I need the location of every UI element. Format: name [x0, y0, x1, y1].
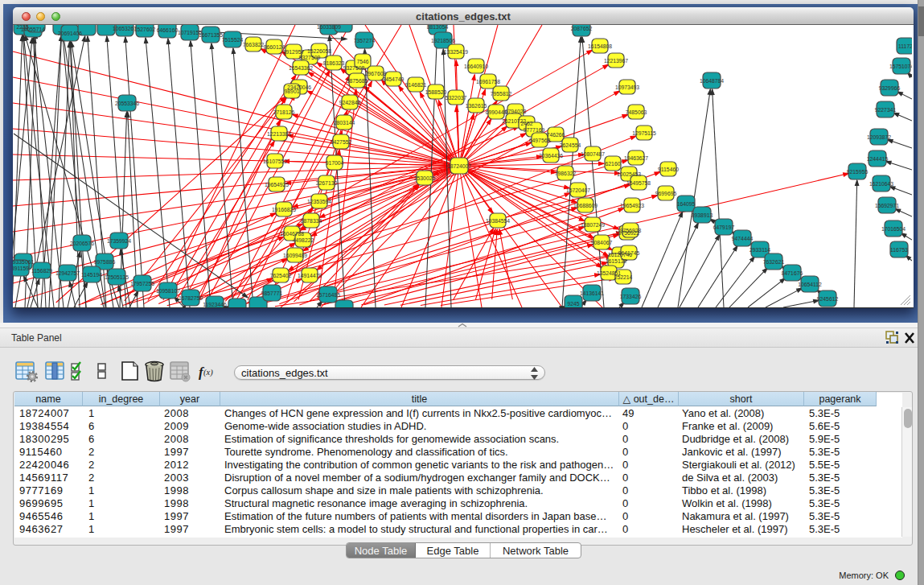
svg-text:2718126: 2718126 — [273, 109, 295, 115]
svg-text:8215955: 8215955 — [847, 169, 869, 175]
svg-text:10653267: 10653267 — [113, 26, 137, 31]
svg-text:11172: 11172 — [898, 43, 912, 49]
svg-text:2967608: 2967608 — [365, 71, 387, 76]
svg-text:98901: 98901 — [285, 89, 300, 94]
svg-text:391159: 391159 — [13, 266, 29, 271]
svg-text:19463627: 19463627 — [624, 155, 648, 161]
svg-text:10648784: 10648784 — [700, 78, 724, 84]
svg-text:9327509: 9327509 — [299, 55, 321, 60]
svg-text:10973493: 10973493 — [615, 84, 639, 90]
svg-text:9327508: 9327508 — [343, 65, 365, 71]
svg-text:2530025: 2530025 — [414, 175, 436, 181]
svg-text:16033809: 16033809 — [317, 25, 341, 30]
svg-text:15692971: 15692971 — [875, 203, 899, 208]
svg-text:6794028: 6794028 — [505, 109, 527, 114]
svg-text:10654112: 10654112 — [798, 282, 822, 287]
svg-text:17016504: 17016504 — [881, 226, 906, 232]
svg-text:2803144: 2803144 — [334, 120, 355, 126]
svg-text:15751074: 15751074 — [889, 64, 912, 69]
svg-text:7485063: 7485063 — [626, 109, 647, 115]
svg-text:13325419: 13325419 — [444, 49, 468, 55]
svg-text:16154808: 16154808 — [588, 43, 612, 49]
svg-text:19384554: 19384554 — [486, 218, 510, 224]
svg-text:9245612: 9245612 — [817, 296, 839, 302]
svg-text:16543362: 16543362 — [289, 65, 313, 71]
svg-text:5322037: 5322037 — [446, 95, 467, 101]
svg-text:18807249: 18807249 — [581, 222, 605, 228]
svg-text:7986322: 7986322 — [555, 171, 577, 176]
svg-text:7625402: 7625402 — [270, 273, 292, 278]
svg-text:16099489: 16099489 — [283, 253, 307, 258]
svg-text:15495758: 15495758 — [626, 180, 651, 186]
svg-text:3624554: 3624554 — [560, 142, 581, 148]
svg-text:20206576: 20206576 — [70, 241, 94, 246]
svg-text:11923446: 11923446 — [203, 302, 227, 307]
svg-text:1362615: 1362615 — [466, 103, 487, 109]
svg-text:16961758: 16961758 — [476, 79, 500, 84]
svg-text:2087652: 2087652 — [571, 26, 593, 31]
svg-text:20691406: 20691406 — [58, 31, 82, 36]
svg-text:8471676: 8471676 — [782, 270, 803, 276]
svg-text:12942757: 12942757 — [55, 270, 80, 276]
svg-text:9242848: 9242848 — [339, 100, 361, 105]
svg-text:16046788: 16046788 — [280, 231, 304, 237]
svg-text:10025453: 10025453 — [617, 171, 641, 177]
svg-text:9975886: 9975886 — [94, 259, 116, 265]
svg-text:7546: 7546 — [356, 59, 368, 64]
svg-text:9641745: 9641745 — [618, 250, 640, 256]
svg-text:62160: 62160 — [606, 161, 621, 167]
svg-text:8938913: 8938913 — [692, 212, 713, 218]
svg-text:9115460: 9115460 — [658, 167, 679, 172]
svg-text:9474444: 9474444 — [732, 236, 754, 241]
svg-text:15716485: 15716485 — [316, 292, 340, 298]
svg-text:15226058: 15226058 — [307, 48, 331, 54]
svg-text:2452: 2452 — [520, 121, 532, 126]
svg-text:8912957: 8912957 — [283, 49, 305, 55]
svg-text:7632621: 7632621 — [763, 259, 785, 265]
svg-text:16640910: 16640910 — [464, 64, 488, 69]
svg-text:1733426: 1733426 — [620, 294, 642, 299]
svg-text:10958107: 10958107 — [156, 288, 180, 294]
svg-text:19218506: 19218506 — [431, 38, 455, 43]
svg-text:7955812: 7955812 — [491, 91, 512, 97]
svg-text:14914479: 14914479 — [298, 273, 322, 278]
svg-text:19166825: 19166825 — [272, 207, 296, 212]
svg-text:7663822: 7663822 — [243, 42, 265, 47]
svg-text:9084067: 9084067 — [591, 240, 613, 245]
svg-text:8660124: 8660124 — [264, 44, 285, 50]
svg-text:16782759: 16782759 — [179, 295, 203, 301]
svg-text:19654923: 19654923 — [620, 203, 644, 208]
svg-text:18724007: 18724007 — [447, 163, 471, 169]
svg-text:8454749: 8454749 — [383, 76, 405, 82]
svg-text:9756928: 9756928 — [620, 228, 642, 233]
svg-text:8186323: 8186323 — [323, 60, 345, 66]
svg-text:7515524: 7515524 — [222, 37, 244, 43]
svg-text:16671355: 16671355 — [199, 32, 223, 38]
svg-text:9245: 9245 — [567, 301, 579, 307]
svg-text:12505135: 12505135 — [105, 274, 129, 280]
svg-text:116753: 116753 — [890, 247, 908, 253]
svg-text:6479197: 6479197 — [713, 225, 735, 230]
svg-text:14136141: 14136141 — [580, 290, 604, 296]
svg-text:12975115: 12975115 — [632, 130, 656, 136]
svg-text:12213383: 12213383 — [267, 131, 291, 137]
svg-text:746266: 746266 — [547, 132, 565, 138]
svg-text:16210643: 16210643 — [869, 181, 893, 187]
svg-text:9227341: 9227341 — [875, 107, 897, 113]
svg-text:164095: 164095 — [677, 201, 696, 207]
svg-text:8878334: 8878334 — [301, 218, 322, 224]
svg-text:17359924: 17359924 — [107, 238, 131, 244]
svg-text:1615132: 1615132 — [606, 258, 627, 264]
svg-text:3267130: 3267130 — [316, 180, 338, 186]
svg-text:9427552: 9427552 — [331, 139, 352, 145]
svg-text:917004: 917004 — [326, 160, 344, 166]
svg-text:1156829: 1156829 — [31, 268, 52, 274]
svg-text:17957255: 17957255 — [130, 281, 154, 286]
svg-text:252214: 252214 — [614, 274, 633, 280]
svg-text:(x): (x) — [203, 368, 213, 377]
svg-text:6990448: 6990448 — [486, 109, 507, 115]
svg-text:6497568: 6497568 — [529, 138, 551, 143]
svg-text:14055714: 14055714 — [21, 27, 45, 32]
svg-text:9335061: 9335061 — [13, 259, 34, 265]
svg-text:12353594: 12353594 — [307, 199, 331, 204]
